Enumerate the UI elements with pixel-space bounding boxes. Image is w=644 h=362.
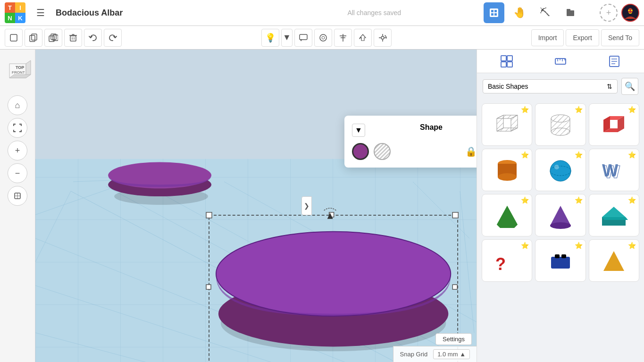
shapes-search-button[interactable]: 🔍 bbox=[621, 78, 638, 95]
svg-point-110 bbox=[550, 222, 571, 229]
orthographic-button[interactable] bbox=[8, 186, 27, 206]
lock-icon[interactable]: 🔒 bbox=[465, 146, 477, 157]
shape-box-solid[interactable]: ⭐ bbox=[589, 103, 639, 146]
svg-marker-118 bbox=[603, 251, 624, 271]
logo-i: I bbox=[15, 2, 25, 13]
grid-view-button[interactable] bbox=[482, 52, 532, 71]
shape-star[interactable]: ⭐ bbox=[628, 106, 636, 113]
shape-box-hole[interactable]: ⭐ bbox=[482, 103, 532, 146]
shape-star[interactable]: ⭐ bbox=[575, 151, 583, 159]
light-dropdown[interactable]: ▼ bbox=[281, 29, 293, 47]
shape-text[interactable]: ⭐ W W bbox=[589, 149, 639, 191]
hand-tool-button[interactable]: 🤚 bbox=[509, 2, 530, 23]
delete-button[interactable] bbox=[64, 29, 82, 47]
notes-view-button[interactable] bbox=[589, 52, 639, 71]
shape-star[interactable]: ⭐ bbox=[521, 151, 529, 159]
shape-cylinder-solid[interactable]: ⭐ bbox=[482, 149, 532, 191]
import-button[interactable]: Import bbox=[531, 29, 564, 46]
svg-text:?: ? bbox=[495, 254, 506, 274]
block-tool-button[interactable] bbox=[560, 2, 581, 23]
shape-extra-3[interactable]: ⭐ bbox=[589, 239, 639, 282]
copy-button[interactable] bbox=[25, 29, 42, 47]
svg-rect-12 bbox=[30, 35, 35, 42]
duplicate-button[interactable] bbox=[44, 29, 62, 47]
shape-extra-2[interactable]: ⭐ bbox=[535, 239, 585, 282]
svg-point-27 bbox=[381, 36, 384, 39]
solid-color-button[interactable] bbox=[352, 143, 369, 160]
brick-tool-button[interactable]: ⛏ bbox=[535, 2, 555, 23]
settings-button[interactable]: Settings bbox=[435, 333, 472, 345]
redo-button[interactable] bbox=[104, 29, 122, 47]
export-button[interactable]: Export bbox=[566, 29, 599, 46]
add-user-button[interactable]: + bbox=[600, 4, 618, 22]
svg-rect-1 bbox=[491, 10, 493, 12]
hole-color-button[interactable] bbox=[374, 143, 391, 160]
panel-collapse-button[interactable]: ❯ bbox=[301, 196, 312, 215]
svg-rect-6 bbox=[567, 9, 570, 11]
flip-button[interactable] bbox=[354, 29, 372, 47]
shape-panel-dropdown[interactable]: ▼ bbox=[352, 124, 365, 137]
shape-star[interactable]: ⭐ bbox=[521, 242, 529, 249]
shape-preview bbox=[493, 202, 521, 230]
zoom-out-button[interactable]: − bbox=[8, 163, 27, 183]
undo-button[interactable] bbox=[84, 29, 102, 47]
svg-rect-17 bbox=[70, 36, 76, 41]
user-area: + bbox=[600, 4, 639, 22]
svg-point-23 bbox=[322, 36, 325, 39]
toolbar: 💡 ▼ Import Export Send To bbox=[0, 26, 644, 50]
shape-preview bbox=[600, 247, 628, 276]
shape-cone[interactable]: ⭐ bbox=[535, 194, 585, 236]
shape-preview bbox=[600, 202, 628, 230]
shape-star[interactable]: ⭐ bbox=[575, 242, 583, 249]
svg-marker-113 bbox=[602, 217, 628, 220]
svg-rect-73 bbox=[507, 62, 512, 67]
shape-star[interactable]: ⭐ bbox=[628, 242, 636, 249]
shape-roof[interactable]: ⭐ bbox=[589, 194, 639, 236]
user-avatar[interactable] bbox=[621, 4, 639, 22]
svg-marker-108 bbox=[497, 206, 518, 228]
svg-rect-71 bbox=[507, 56, 512, 61]
shape-star[interactable]: ⭐ bbox=[521, 196, 529, 204]
send-to-button[interactable]: Send To bbox=[601, 29, 639, 46]
3d-view-button[interactable] bbox=[484, 2, 504, 23]
light-toggle[interactable]: 💡 bbox=[261, 29, 279, 47]
shape-extra-1[interactable]: ⭐ ? bbox=[482, 239, 532, 282]
canvas-area[interactable]: ▼ Shape 🔒 💡 Settings Snap Grid 1.0 mm ▲ bbox=[35, 50, 477, 362]
svg-point-93 bbox=[551, 128, 570, 135]
snap-button[interactable] bbox=[374, 29, 392, 47]
project-name: Bodacious Albar bbox=[56, 8, 265, 18]
svg-point-100 bbox=[498, 173, 517, 181]
svg-rect-117 bbox=[561, 254, 566, 258]
shapes-category-selector[interactable]: Basic Shapes ⇅ bbox=[483, 79, 618, 93]
home-view-button[interactable]: ⌂ bbox=[8, 95, 27, 115]
shape-star[interactable]: ⭐ bbox=[628, 196, 636, 204]
shape-star[interactable]: ⭐ bbox=[521, 106, 529, 113]
snap-grid-selector[interactable]: 1.0 mm ▲ bbox=[433, 349, 470, 359]
right-panel-header bbox=[477, 50, 644, 73]
svg-rect-39 bbox=[35, 159, 477, 362]
align-button[interactable] bbox=[334, 29, 352, 47]
menu-button[interactable]: ☰ bbox=[30, 2, 51, 23]
svg-point-9 bbox=[628, 10, 630, 11]
zoom-in-button[interactable]: + bbox=[8, 141, 27, 160]
tinkercad-logo[interactable]: T I N K bbox=[5, 2, 25, 23]
shape-sphere[interactable]: ⭐ bbox=[535, 149, 585, 191]
shape-star[interactable]: ⭐ bbox=[628, 151, 636, 159]
fit-view-button[interactable] bbox=[8, 118, 27, 138]
right-panel: Basic Shapes ⇅ 🔍 ⭐ bbox=[477, 50, 644, 362]
shape-cylinder-hole[interactable]: ⭐ bbox=[535, 103, 585, 146]
shape-preview bbox=[546, 157, 575, 185]
shape-color-row: 🔒 💡 bbox=[352, 143, 477, 160]
new-button[interactable] bbox=[5, 29, 23, 47]
shapes-category-arrow: ⇅ bbox=[607, 83, 612, 90]
mirror-button[interactable] bbox=[314, 29, 332, 47]
view-cube[interactable]: TOP FRONT bbox=[0, 54, 35, 90]
shape-star[interactable]: ⭐ bbox=[575, 196, 583, 204]
shape-pyramid[interactable]: ⭐ bbox=[482, 194, 532, 236]
shape-star[interactable]: ⭐ bbox=[575, 106, 583, 113]
comment-button[interactable] bbox=[294, 29, 312, 47]
snap-grid-label: Snap Grid bbox=[400, 351, 428, 358]
shape-preview: ? bbox=[493, 247, 521, 276]
ruler-view-button[interactable] bbox=[535, 52, 585, 71]
svg-point-10 bbox=[631, 10, 633, 11]
